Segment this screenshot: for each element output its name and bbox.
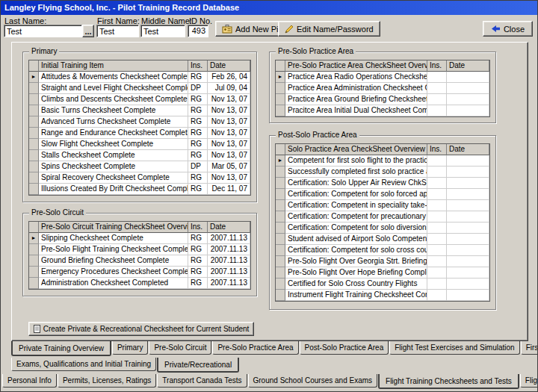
date-cell[interactable]: 2007.11.13 xyxy=(208,278,250,289)
item-cell[interactable]: Slow Flight Checksheet Complete xyxy=(39,139,188,150)
table-row[interactable]: Certification: Competent for precautiona… xyxy=(276,211,489,223)
row-selector-cell[interactable]: ► xyxy=(276,155,285,167)
date-cell[interactable]: Nov 13, 07 xyxy=(208,139,250,150)
create-checksheet-button[interactable]: Create Private & Recreational Checksheet… xyxy=(28,322,254,336)
middle-name-input[interactable] xyxy=(140,25,185,37)
ins-cell[interactable] xyxy=(427,279,447,290)
ins-cell[interactable] xyxy=(427,290,447,301)
table-row[interactable]: Certified for Solo Cross Country Flights xyxy=(276,279,489,290)
close-button[interactable]: Close xyxy=(483,21,533,37)
item-cell[interactable]: Practice Area Radio Operations Checkshee… xyxy=(285,72,427,83)
table-row[interactable]: Pre-Solo Flight Training Checksheet Comp… xyxy=(29,244,250,255)
table-row[interactable]: Illusions Created By Drift Checksheet Co… xyxy=(29,184,250,195)
item-cell[interactable]: Advanced Turns Checksheet Complete xyxy=(39,116,188,128)
date-cell[interactable]: Nov 13, 07 xyxy=(208,116,250,128)
table-row[interactable]: Stalls Checksheet CompleteRGNov 13, 07 xyxy=(29,150,250,161)
item-cell[interactable]: Range and Endurance Checksheet Complete xyxy=(39,128,188,139)
date-cell[interactable] xyxy=(447,267,489,279)
row-selector-cell[interactable] xyxy=(29,244,39,255)
column-header-ins[interactable]: Ins. xyxy=(427,60,447,72)
date-cell[interactable]: Feb 26, 04 xyxy=(208,72,250,83)
date-cell[interactable]: Nov 13, 07 xyxy=(208,105,250,116)
table-row[interactable]: Certification: Solo Upper Air Review Chk… xyxy=(276,178,489,189)
item-cell[interactable]: Spiral Recovery Checksheet Complete xyxy=(39,172,188,184)
date-cell[interactable] xyxy=(447,256,489,267)
row-selector-cell[interactable] xyxy=(276,267,285,279)
row-selector-cell[interactable] xyxy=(276,223,285,234)
ins-cell[interactable]: RG xyxy=(188,244,208,255)
tab-permits-licenses-ratings[interactable]: Permits, Licenses, Ratings xyxy=(58,374,156,388)
ins-cell[interactable]: RG xyxy=(188,172,208,184)
date-cell[interactable]: 2007.11.13 xyxy=(208,244,250,255)
ins-cell[interactable]: RG xyxy=(188,150,208,161)
row-selector-cell[interactable] xyxy=(276,234,285,245)
ins-cell[interactable] xyxy=(427,167,447,178)
ins-cell[interactable] xyxy=(427,211,447,223)
date-cell[interactable] xyxy=(447,94,489,105)
date-cell[interactable] xyxy=(447,211,489,223)
date-cell[interactable]: 2007.11.13 xyxy=(208,267,250,278)
column-header-item[interactable]: Pre-Solo Circuit Training CheckSheet Ove… xyxy=(39,222,188,233)
item-cell[interactable]: Practice Area Administration Checksheet … xyxy=(285,83,427,94)
ins-cell[interactable] xyxy=(427,189,447,200)
ins-cell[interactable] xyxy=(427,234,447,245)
row-selector-cell[interactable] xyxy=(29,139,39,150)
ins-cell[interactable] xyxy=(427,245,447,256)
date-cell[interactable]: 2007.11.13 xyxy=(208,255,250,267)
column-header-date[interactable]: Date xyxy=(208,60,250,72)
date-cell[interactable]: Nov 13, 07 xyxy=(208,172,250,184)
table-row[interactable]: ►Attitudes & Movements Checksheet Comple… xyxy=(29,72,250,83)
row-selector-cell[interactable] xyxy=(276,211,285,223)
table-row[interactable]: Practice Area Administration Checksheet … xyxy=(276,83,489,94)
item-cell[interactable]: Straight and Level Flight Checksheet Com… xyxy=(39,83,188,94)
row-selector-cell[interactable]: ► xyxy=(29,72,39,83)
table-row[interactable]: Slow Flight Checksheet CompleteRGNov 13,… xyxy=(29,139,250,150)
date-cell[interactable] xyxy=(447,290,489,301)
ins-cell[interactable] xyxy=(427,223,447,234)
table-row[interactable]: Pracitce Area Initial Dual Checksheet Co… xyxy=(276,105,489,116)
item-cell[interactable]: Student advised of Airport Solo Competen… xyxy=(285,234,427,245)
row-selector-cell[interactable] xyxy=(276,105,285,116)
date-cell[interactable] xyxy=(447,245,489,256)
row-selector-cell[interactable] xyxy=(29,184,39,195)
table-row[interactable]: Pre-Solo Flight Over Georgia Strt. Brief… xyxy=(276,256,489,267)
browse-button[interactable]: ... xyxy=(82,25,94,37)
item-cell[interactable]: Pre-Solo Flight Training Checksheet Comp… xyxy=(39,244,188,255)
row-selector-cell[interactable] xyxy=(29,83,39,94)
item-cell[interactable]: Administration Checksheet Completed xyxy=(39,278,188,289)
tab-transport-canada-tests[interactable]: Transport Canada Tests xyxy=(157,374,247,388)
ins-cell[interactable] xyxy=(427,105,447,116)
item-cell[interactable]: Pracitce Area Initial Dual Checksheet Co… xyxy=(285,105,427,116)
ins-cell[interactable] xyxy=(427,83,447,94)
table-row[interactable]: Student advised of Airport Solo Competen… xyxy=(276,234,489,245)
item-cell[interactable]: Certification: Competent in speciality t… xyxy=(285,200,427,211)
row-selector-cell[interactable] xyxy=(276,245,285,256)
ins-cell[interactable]: DP xyxy=(188,161,208,172)
tab-exams-qualifications-and-initial-training[interactable]: Exams, Qualifications and Initial Traini… xyxy=(11,358,156,371)
table-row[interactable]: ►Slipping Checksheet CompleteRG2007.11.1… xyxy=(29,233,250,244)
date-cell[interactable]: Nov 13, 07 xyxy=(208,94,250,105)
table-row[interactable]: Straight and Level Flight Checksheet Com… xyxy=(29,83,250,94)
row-selector-cell[interactable] xyxy=(276,167,285,178)
row-selector-cell[interactable] xyxy=(29,150,39,161)
date-cell[interactable] xyxy=(447,178,489,189)
column-header-ins[interactable]: Ins. xyxy=(188,60,208,72)
column-header-ins[interactable]: Ins. xyxy=(188,222,208,233)
ins-cell[interactable] xyxy=(427,267,447,279)
ins-cell[interactable] xyxy=(427,155,447,167)
ins-cell[interactable]: RG xyxy=(188,184,208,195)
ins-cell[interactable] xyxy=(427,256,447,267)
table-row[interactable]: ►Practice Area Radio Operations Checkshe… xyxy=(276,72,489,83)
table-row[interactable]: Ground Briefing Checksheet CompleteRG200… xyxy=(29,255,250,267)
row-selector-cell[interactable] xyxy=(29,267,39,278)
tab-post-solo-practice-area[interactable]: Post-Solo Practice Area xyxy=(300,341,389,355)
item-cell[interactable]: Instrument Flight Training Checksheet Co… xyxy=(285,290,427,301)
item-cell[interactable]: Pre-Solo Flight Over Georgia Strt. Brief… xyxy=(285,256,427,267)
date-cell[interactable]: Nov 13, 07 xyxy=(208,128,250,139)
item-cell[interactable]: Ground Briefing Checksheet Complete xyxy=(39,255,188,267)
date-cell[interactable] xyxy=(447,105,489,116)
row-selector-cell[interactable] xyxy=(276,279,285,290)
ins-cell[interactable]: DP xyxy=(188,83,208,94)
tab-flight-training-checksheets-and-tests[interactable]: Flight Training Checksheets and Tests xyxy=(378,374,519,389)
item-cell[interactable]: Competent for first solo flight to the p… xyxy=(285,155,427,167)
